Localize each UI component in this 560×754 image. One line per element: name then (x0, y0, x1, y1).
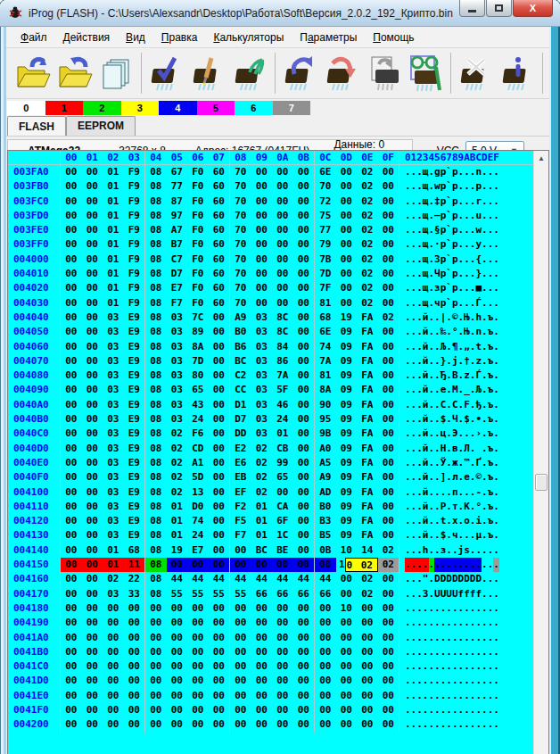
hex-byte[interactable]: 00 (293, 485, 315, 500)
hex-byte[interactable]: 10 (336, 558, 358, 572)
hex-byte[interactable]: 00 (82, 689, 103, 703)
hex-byte[interactable]: 00 (378, 456, 399, 470)
hex-byte[interactable]: B0 (315, 500, 336, 514)
hex-byte[interactable]: 00 (357, 703, 378, 717)
hex-byte[interactable]: 00 (357, 631, 378, 645)
hex-byte[interactable]: 00 (61, 703, 82, 717)
hex-byte[interactable]: 00 (272, 558, 293, 572)
hex-byte[interactable]: 00 (378, 412, 399, 427)
hex-byte[interactable]: 8C (272, 325, 293, 339)
hex-byte[interactable]: 03 (167, 311, 188, 325)
hex-byte[interactable]: 00 (293, 398, 315, 412)
hex-byte[interactable]: A7 (167, 223, 188, 237)
hex-byte[interactable]: 6E (315, 165, 336, 179)
hex-byte[interactable]: 10 (336, 543, 358, 558)
hex-byte[interactable]: 86 (272, 354, 293, 369)
hex-byte[interactable]: F7 (167, 296, 188, 311)
hex-byte[interactable]: 08 (145, 470, 167, 485)
hex-byte[interactable]: 08 (145, 528, 167, 543)
hex-row-ascii[interactable]: ...й..Ў.ж.™.Ґ.ъ. (405, 456, 499, 470)
hex-byte[interactable]: 02 (167, 485, 188, 500)
hex-byte[interactable]: 00 (103, 659, 124, 674)
hex-byte[interactable]: 00 (209, 354, 230, 369)
hex-byte[interactable]: FA (357, 514, 378, 528)
hex-byte[interactable]: 55 (167, 587, 188, 601)
hex-byte[interactable]: 08 (145, 383, 167, 397)
hex-byte[interactable]: 00 (167, 558, 188, 572)
hex-byte[interactable]: 00 (209, 485, 230, 500)
hex-byte[interactable]: 03 (251, 383, 273, 397)
hex-byte[interactable]: 60 (209, 253, 230, 267)
hex-byte[interactable]: 00 (230, 689, 251, 703)
hex-byte[interactable]: 6F (272, 514, 293, 528)
hex-byte[interactable]: 00 (187, 558, 209, 572)
hex-byte[interactable]: 00 (315, 631, 336, 645)
hex-byte[interactable]: 00 (82, 179, 103, 194)
hex-byte[interactable]: 02 (357, 267, 378, 281)
hex-byte[interactable]: 00 (293, 543, 315, 558)
hex-byte[interactable]: FA (357, 442, 378, 456)
hex-byte[interactable]: 00 (251, 179, 273, 194)
hex-byte[interactable]: 00 (230, 631, 251, 645)
hex-byte[interactable]: 00 (103, 616, 124, 630)
hex-byte[interactable]: 00 (293, 427, 315, 441)
hex-byte[interactable]: 01 (272, 427, 293, 441)
hex-row-ascii[interactable]: ...щ.чр`p...Ѓ... (405, 296, 499, 311)
hex-byte[interactable]: 00 (378, 601, 399, 616)
hex-byte[interactable]: 74 (315, 340, 336, 354)
hex-row-ascii[interactable]: ................ (405, 616, 499, 630)
hex-byte[interactable]: 00 (378, 587, 399, 601)
hex-byte[interactable]: 00 (61, 528, 82, 543)
palette-color-1[interactable]: 1 (45, 101, 84, 115)
hex-row-ascii[interactable]: ...щ.зр`p...■... (405, 281, 499, 295)
hex-byte[interactable]: 00 (315, 674, 336, 688)
hex-byte[interactable]: 00 (187, 703, 209, 717)
hex-byte[interactable]: 8A (315, 383, 336, 397)
hex-byte[interactable]: E9 (124, 398, 145, 412)
hex-byte[interactable]: 00 (378, 703, 399, 717)
palette-color-6[interactable]: 6 (235, 101, 273, 115)
palette-color-7[interactable]: 7 (273, 101, 311, 115)
hex-byte[interactable]: 00 (82, 253, 103, 267)
hex-byte[interactable]: 00 (103, 645, 124, 659)
hex-byte[interactable]: E9 (124, 383, 145, 397)
hex-byte[interactable]: 00 (145, 689, 167, 703)
hex-byte[interactable]: 1C (272, 528, 293, 543)
hex-byte[interactable]: A9 (230, 311, 251, 325)
hex-byte[interactable]: 03 (103, 456, 124, 470)
hex-byte[interactable]: 00 (336, 253, 358, 267)
hex-byte[interactable]: 00 (293, 209, 315, 223)
hex-byte[interactable]: 00 (378, 427, 399, 441)
hex-byte[interactable]: 00 (124, 616, 145, 630)
hex-byte[interactable]: 00 (293, 456, 315, 470)
hex-byte[interactable]: 00 (145, 703, 167, 717)
hex-byte[interactable]: 08 (145, 485, 167, 500)
hex-byte[interactable]: 00 (82, 340, 103, 354)
hex-byte[interactable]: FA (357, 528, 378, 543)
hex-byte[interactable]: 02 (357, 253, 378, 267)
hex-byte[interactable]: 00 (378, 223, 399, 237)
hex-byte[interactable]: 00 (336, 616, 358, 630)
hex-byte[interactable]: 00 (61, 325, 82, 339)
hex-byte[interactable]: 00 (61, 674, 82, 688)
hex-byte[interactable]: E7 (187, 543, 209, 558)
hex-byte[interactable]: 00 (357, 689, 378, 703)
hex-byte[interactable]: 03 (167, 354, 188, 369)
hex-byte[interactable]: 00 (272, 674, 293, 688)
hex-byte[interactable]: 00 (61, 179, 82, 194)
hex-byte[interactable]: 00 (251, 558, 273, 572)
hex-byte[interactable]: 60 (209, 195, 230, 209)
hex-byte[interactable]: 00 (167, 631, 188, 645)
hex-byte[interactable]: F9 (124, 296, 145, 311)
hex-byte[interactable]: 01 (167, 500, 188, 514)
hex-byte[interactable]: 00 (272, 165, 293, 179)
hex-byte[interactable]: 00 (209, 528, 230, 543)
hex-byte[interactable]: 00 (82, 528, 103, 543)
hex-byte[interactable]: 60 (209, 281, 230, 295)
save-file-button[interactable] (54, 52, 95, 95)
vertical-scrollbar[interactable]: ▲ (533, 151, 548, 754)
hex-byte[interactable]: 08 (145, 558, 167, 572)
hex-byte[interactable]: 00 (293, 674, 315, 688)
hex-byte[interactable]: 00 (187, 601, 209, 616)
hex-byte[interactable]: 00 (145, 631, 167, 645)
